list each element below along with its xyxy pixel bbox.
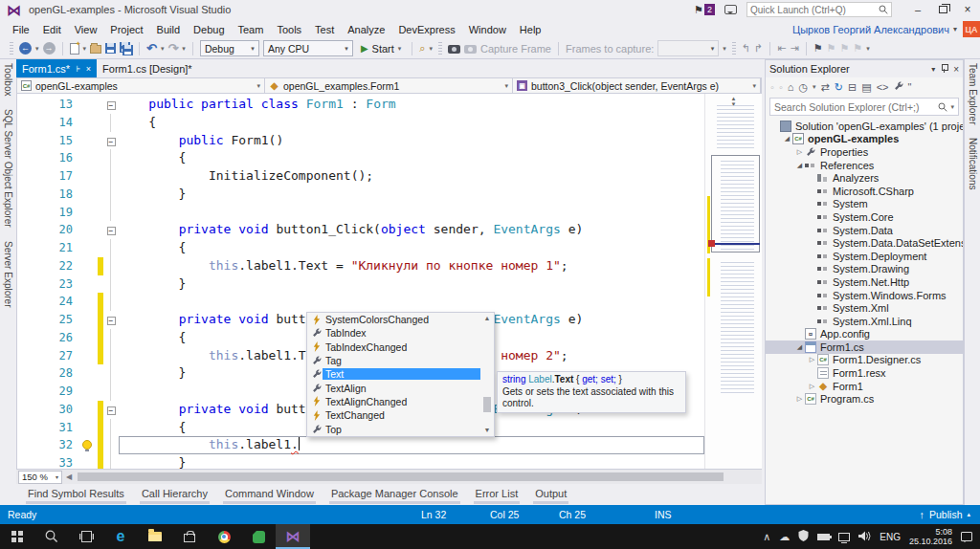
indent-decrease-icon[interactable]: ⇤ — [777, 42, 786, 55]
solution-search-input[interactable] — [774, 101, 938, 113]
horizontal-scrollbar-thumb[interactable] — [78, 472, 724, 481]
horizontal-scrollbar[interactable] — [76, 470, 762, 484]
code-line-33[interactable]: 33 } — [17, 454, 704, 469]
undo-caret-icon[interactable]: ▾ — [161, 45, 165, 53]
navigate-forward-button[interactable]: → — [43, 42, 56, 55]
code-editor[interactable]: 13− public partial class Form1 : Form14 … — [16, 94, 762, 469]
tree-item[interactable]: ▷C#Program.cs — [766, 392, 963, 406]
menu-view[interactable]: View — [68, 22, 104, 37]
tree-item[interactable]: ◢Form1.cs — [766, 340, 963, 354]
breadcrumb-caret-icon[interactable]: ▾ — [501, 82, 508, 90]
action-center-icon[interactable] — [961, 532, 972, 541]
undo-button[interactable]: ↶ — [146, 42, 157, 55]
quick-actions-lightbulb-icon[interactable] — [82, 440, 92, 450]
side-tab-toolbox[interactable]: Toolbox — [3, 63, 13, 96]
evernote-button[interactable] — [241, 524, 276, 549]
scrollbar-thumb[interactable] — [483, 397, 491, 412]
tree-item[interactable]: Analyzers — [766, 171, 963, 185]
intellisense-item[interactable]: Top — [307, 422, 494, 435]
battery-icon[interactable] — [817, 534, 830, 540]
editor-zoom-combo[interactable]: 150 % ▾ — [18, 471, 62, 484]
panel-close-icon[interactable]: × — [953, 64, 959, 75]
edge-button[interactable]: e — [103, 524, 138, 549]
tree-item[interactable]: System.Deployment — [766, 250, 963, 263]
toolbar-overflow-icon[interactable]: " — [908, 82, 912, 93]
tree-item[interactable]: Microsoft.CSharp — [766, 185, 963, 198]
panel-tab-call-hierarchy[interactable]: Call Hierarchy — [140, 487, 210, 504]
indent-increase-icon[interactable]: ⇥ — [791, 42, 799, 55]
code-line-21[interactable]: 21 { — [17, 239, 704, 257]
code-line-13[interactable]: 13− public partial class Form1 : Form — [17, 96, 704, 114]
sync-with-active-document-icon[interactable]: ⇄ — [821, 82, 830, 93]
fold-collapse-icon[interactable]: − — [107, 101, 116, 110]
se-forward-icon[interactable]: ◦ — [779, 82, 783, 93]
feedback-icon[interactable] — [724, 5, 737, 14]
minimize-button[interactable]: – — [905, 1, 930, 18]
user-dropdown-caret-icon[interactable]: ▾ — [953, 25, 957, 33]
task-view-button[interactable] — [69, 524, 103, 549]
filter-caret-icon[interactable]: ▾ — [813, 83, 816, 91]
taskbar-search-button[interactable] — [34, 524, 69, 549]
language-indicator[interactable]: ENG — [880, 532, 901, 542]
intellisense-item[interactable]: TextChanged — [307, 408, 494, 422]
scrollbar-track[interactable] — [481, 323, 493, 426]
intellisense-scrollbar[interactable]: ▲ ▼ — [481, 314, 493, 435]
tree-item[interactable]: ▷Properties — [766, 145, 963, 159]
onedrive-cloud-icon[interactable]: ☁ — [779, 532, 790, 542]
expander-closed-icon[interactable]: ▷ — [807, 383, 817, 390]
fold-margin[interactable]: − — [103, 401, 119, 419]
expander-closed-icon[interactable]: ▷ — [807, 356, 817, 363]
file-explorer-button[interactable] — [138, 524, 172, 549]
panel-tab-error-list[interactable]: Error List — [474, 487, 521, 504]
intellisense-item[interactable]: TabIndex — [307, 326, 494, 340]
navigate-back-caret-icon[interactable]: ▾ — [35, 45, 39, 53]
tree-item[interactable]: System.Core — [766, 210, 963, 224]
menu-tools[interactable]: Tools — [270, 22, 308, 37]
fold-collapse-icon[interactable]: − — [107, 138, 116, 146]
scroll-down-icon[interactable]: ▼ — [484, 426, 491, 435]
tray-expand-chevron-icon[interactable]: ∧ — [763, 532, 770, 542]
new-file-caret-icon[interactable]: ▾ — [83, 45, 87, 53]
start-button[interactable] — [0, 524, 34, 549]
expander-closed-icon[interactable]: ▷ — [794, 148, 805, 156]
properties-wrench-icon[interactable] — [894, 81, 903, 93]
panel-tab-output[interactable]: Output — [533, 487, 568, 504]
chrome-button[interactable] — [207, 524, 241, 549]
expander-closed-icon[interactable]: ▷ — [794, 395, 805, 403]
tree-item[interactable]: System.Xml.Linq — [766, 315, 963, 328]
quick-launch-input[interactable] — [750, 5, 879, 15]
fold-collapse-icon[interactable]: − — [107, 317, 116, 325]
network-icon[interactable] — [838, 533, 850, 541]
step-over-icon[interactable]: ↰ — [742, 42, 750, 55]
defender-shield-icon[interactable] — [798, 530, 809, 543]
volume-icon[interactable] — [858, 531, 871, 543]
save-all-button[interactable] — [120, 42, 132, 55]
window-position-caret-icon[interactable]: ▾ — [931, 65, 935, 74]
fold-margin[interactable]: − — [103, 132, 119, 150]
find-in-files-button[interactable]: ⌕ — [419, 42, 425, 55]
redo-button[interactable]: ↷ — [167, 42, 178, 55]
intellisense-item[interactable]: TabIndexChanged — [307, 340, 494, 354]
refresh-icon[interactable]: ↻ — [835, 82, 843, 93]
tree-item[interactable]: ▷◆Form1 — [766, 380, 963, 393]
code-line-14[interactable]: 14 { — [17, 114, 704, 132]
menu-build[interactable]: Build — [150, 22, 187, 37]
expander-open-icon[interactable]: ◢ — [782, 135, 792, 143]
publish-button[interactable]: ↑ Publish ▴ — [920, 509, 980, 520]
toggle-bookmark-button[interactable]: ⚑ — [813, 42, 823, 55]
visual-studio-taskbar-button[interactable]: ⋈ — [276, 524, 310, 549]
taskbar-clock[interactable]: 5:08 25.10.2016 — [909, 527, 952, 547]
breadcrumb-caret-icon[interactable]: ▾ — [748, 82, 756, 90]
code-line-24[interactable]: 24 — [17, 293, 704, 311]
fold-margin[interactable]: − — [103, 311, 119, 329]
tab-close-icon[interactable]: × — [86, 64, 91, 74]
tree-item[interactable]: ◢C#openGL-examples — [766, 133, 963, 146]
side-tab-sql-server-object-explorer[interactable]: SQL Server Object Explorer — [3, 109, 13, 228]
code-line-19[interactable]: 19 — [17, 204, 704, 222]
tree-item[interactable]: Solution 'openGL-examples' (1 project) — [766, 120, 963, 133]
redo-caret-icon[interactable]: ▾ — [182, 45, 186, 53]
solution-configuration-combo[interactable]: Debug ▾ — [200, 40, 259, 56]
prev-bookmark-icon[interactable]: ⚑ — [827, 42, 836, 55]
tree-item[interactable]: ▷C#Form1.Designer.cs — [766, 354, 963, 367]
side-tab-server-explorer[interactable]: Server Explorer — [3, 241, 13, 307]
